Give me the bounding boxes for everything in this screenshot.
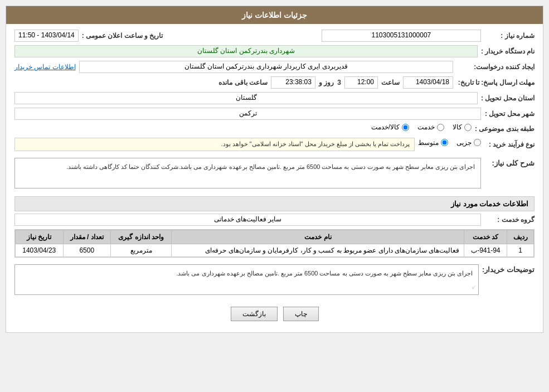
row-province: استان محل تحویل : گلستان: [14, 92, 535, 104]
category-label: طبقه بندی موضوعی :: [475, 125, 535, 133]
row-service-group: گروه خدمت : سایر فعالیت‌های خدماتی: [14, 214, 535, 226]
cell-row-num: 1: [507, 244, 534, 257]
col-service-name: نام خدمت: [172, 230, 464, 244]
radio-kala[interactable]: [464, 124, 472, 131]
days-value-label: 3: [337, 79, 341, 86]
radio-kala-label: کالا: [453, 123, 462, 131]
buyer-notes-value: اجرای بتن ریزی معابر سطح شهر به صورت دست…: [14, 264, 479, 295]
table-header-row: ردیف کد خدمت نام خدمت واحد اندازه گیری ت…: [16, 230, 534, 244]
cell-date-needed: 1403/04/23: [16, 244, 64, 257]
radio-khedmat[interactable]: [437, 124, 444, 131]
cell-quantity: 6500: [63, 244, 110, 257]
niaz-number-value: 1103005131000007: [322, 30, 481, 42]
col-service-code: کد خدمت: [464, 230, 507, 244]
hours-label: ساعت باقی مانده: [218, 79, 268, 86]
process-jozei: جزیی: [456, 139, 481, 147]
niaz-number-label: شماره نیاز :: [484, 32, 535, 40]
reply-date-value: 1403/04/18: [403, 76, 453, 89]
description-title: شرح کلی نیاز:: [484, 159, 535, 167]
creator-contact-link[interactable]: اطلاعات تماس خریدار: [14, 63, 76, 71]
page-header: جزئیات اطلاعات نیاز: [6, 6, 543, 24]
cell-unit: مترمربع: [111, 244, 172, 257]
col-quantity: تعداد / مقدار: [63, 230, 110, 244]
radio-kala-khedmat[interactable]: [402, 124, 409, 131]
cell-service-code: 941-94-ب: [464, 244, 507, 257]
buyer-org-value: شهرداری بندرترکمن استان گلستان: [14, 45, 478, 57]
city-value: ترکمن: [14, 108, 481, 120]
time-label: ساعت: [381, 79, 400, 86]
row-description: شرح کلی نیاز: اجرای بتن ریزی معابر سطح ش…: [14, 154, 535, 192]
province-label: استان محل تحویل :: [481, 94, 535, 102]
category-radio-group: کالا خدمت کالا/خدمت: [371, 123, 472, 131]
services-table-container: ردیف کد خدمت نام خدمت واحد اندازه گیری ت…: [14, 229, 535, 258]
announce-date-value: 1403/04/14 - 11:50: [14, 30, 79, 42]
creator-label: ایجاد کننده درخواست:: [456, 63, 535, 71]
col-unit: واحد اندازه گیری: [111, 230, 172, 244]
service-group-label: گروه خدمت :: [484, 216, 535, 224]
content-area: شماره نیاز : 1103005131000007 تاریخ و سا…: [6, 24, 543, 332]
category-kala: کالا: [453, 123, 472, 131]
buyer-notes-label: توضیحات خریدار:: [482, 265, 535, 274]
city-label: شهر محل تحویل :: [484, 110, 535, 118]
process-type-label: نوع فرآیند خرید :: [484, 141, 535, 148]
service-group-value: سایر فعالیت‌های خدماتی: [14, 214, 481, 226]
page-title: جزئیات اطلاعات نیاز: [242, 11, 307, 20]
creator-value: قدیربردی ایری کاربردار شهرداری بندرترکمن…: [79, 61, 453, 73]
announce-date-label: تاریخ و ساعت اعلان عمومی :: [82, 32, 163, 40]
buttons-row: چاپ بازگشت: [14, 307, 535, 321]
row-process-type: نوع فرآیند خرید : جزیی متوسط پرداخت تمام…: [14, 138, 535, 151]
radio-motavasset-label: متوسط: [418, 139, 439, 147]
buyer-org-label: نام دستگاه خریدار :: [481, 47, 535, 55]
services-table: ردیف کد خدمت نام خدمت واحد اندازه گیری ت…: [15, 230, 534, 257]
process-motavasset: متوسط: [418, 139, 448, 147]
province-value: گلستان: [14, 92, 478, 104]
page-wrapper: جزئیات اطلاعات نیاز شماره نیاز : 1103005…: [0, 0, 549, 392]
row-niaz-number: شماره نیاز : 1103005131000007 تاریخ و سا…: [14, 30, 535, 42]
reply-time-value: 12:00: [344, 76, 378, 89]
days-label: روز و: [319, 79, 334, 86]
category-khedmat: خدمت: [417, 123, 444, 131]
radio-jozei-label: جزیی: [456, 139, 472, 147]
reply-deadline-label: مهلت ارسال پاسخ: تا تاریخ:: [456, 79, 535, 86]
row-category: طبقه بندی موضوعی : کالا خدمت کالا/خدمت: [14, 123, 535, 134]
row-buyer-org: نام دستگاه خریدار : شهرداری بندرترکمن اس…: [14, 45, 535, 57]
print-button[interactable]: چاپ: [283, 307, 319, 321]
col-date: تاریخ نیاز: [16, 230, 64, 244]
process-radio-group: جزیی متوسط: [418, 139, 481, 147]
process-note: پرداخت تمام یا بخشی از مبلغ خریدار محل "…: [14, 138, 415, 151]
back-button[interactable]: بازگشت: [231, 307, 278, 321]
category-kala-khedmat: کالا/خدمت: [371, 123, 409, 131]
services-section-header: اطلاعات خدمات مورد نیاز: [14, 196, 535, 211]
col-row-num: ردیف: [507, 230, 534, 244]
radio-kala-khedmat-label: کالا/خدمت: [371, 123, 400, 131]
main-container: جزئیات اطلاعات نیاز شماره نیاز : 1103005…: [6, 6, 543, 333]
cell-service-name: فعالیت‌های سازمان‌های دارای عضو مربوط به…: [172, 244, 464, 257]
radio-jozei[interactable]: [474, 139, 481, 146]
row-reply-deadline: مهلت ارسال پاسخ: تا تاریخ: 1403/04/18 سا…: [14, 76, 535, 89]
description-value: اجرای بتن ریزی معابر سطح شهر به صورت دست…: [14, 158, 481, 188]
row-buyer-notes: توضیحات خریدار: اجرای بتن ریزی معابر سطح…: [14, 261, 535, 298]
row-city: شهر محل تحویل : ترکمن: [14, 108, 535, 120]
radio-motavasset[interactable]: [441, 139, 448, 146]
radio-khedmat-label: خدمت: [417, 123, 435, 131]
table-row: 1 941-94-ب فعالیت‌های سازمان‌های دارای ع…: [16, 244, 534, 257]
remaining-hours-value: 23:38:03: [271, 76, 315, 89]
row-creator: ایجاد کننده درخواست: قدیربردی ایری کاربر…: [14, 61, 535, 73]
